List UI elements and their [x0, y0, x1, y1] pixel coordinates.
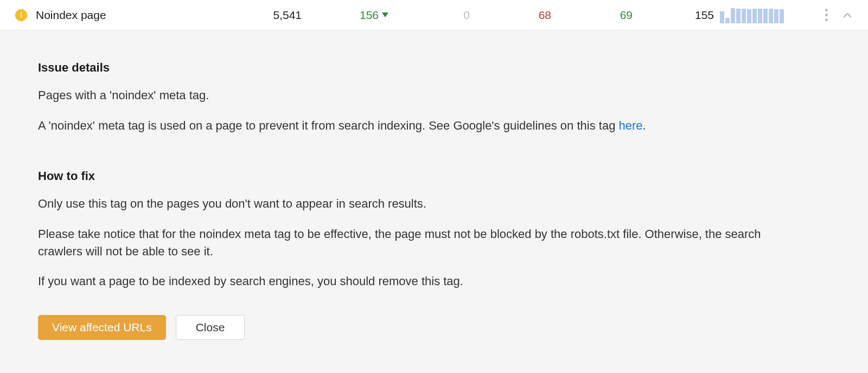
close-button[interactable]: Close [176, 315, 245, 340]
metric-delta-value: 156 [360, 9, 379, 22]
details-p2: A 'noindex' meta tag is used on a page t… [38, 117, 808, 134]
fix-p3: If you want a page to be indexed by sear… [38, 273, 808, 290]
fix-p1: Only use this tag on the pages you don't… [38, 195, 808, 213]
collapse-icon[interactable] [842, 10, 853, 21]
metric-col-5: 69 [551, 9, 633, 22]
metric-delta: 156 [302, 9, 388, 22]
details-p2-post: . [643, 119, 646, 132]
sparkline-bar [769, 9, 773, 23]
sparkline-bar [720, 11, 724, 23]
info-icon [15, 9, 27, 21]
fix-p2: Please take notice that for the noindex … [38, 226, 808, 260]
more-menu-icon[interactable] [825, 9, 828, 21]
metric-col-6: 155 [633, 9, 714, 22]
view-affected-urls-button[interactable]: View affected URLs [38, 315, 166, 340]
button-row: View affected URLs Close [38, 315, 830, 340]
svg-point-0 [21, 12, 22, 14]
sparkline-bar [780, 9, 784, 23]
metric-col-4: 68 [470, 9, 551, 22]
details-p2-pre: A 'noindex' meta tag is used on a page t… [38, 119, 619, 132]
trend-down-icon [382, 12, 388, 17]
sparkline-bar [774, 9, 778, 23]
sparkline-bar [752, 9, 757, 23]
sparkline-bar [742, 9, 746, 23]
row-actions [825, 9, 853, 21]
sparkline-bar [731, 8, 735, 23]
issue-name: Noindex page [36, 9, 220, 22]
issue-details-panel: Issue details Pages with a 'noindex' met… [0, 30, 868, 373]
svg-rect-1 [21, 14, 22, 17]
fix-heading: How to fix [38, 169, 830, 183]
metric-total: 5,541 [220, 9, 302, 22]
sparkline-chart [714, 7, 790, 23]
sparkline-bar [763, 9, 768, 23]
sparkline-bar [747, 9, 751, 23]
issue-row[interactable]: Noindex page 5,541 156 0 68 69 155 [0, 0, 868, 30]
metric-col-3: 0 [388, 9, 470, 22]
sparkline-bar [736, 9, 741, 23]
guidelines-link[interactable]: here [619, 119, 643, 132]
sparkline-bar [758, 9, 762, 23]
sparkline-bar [725, 18, 730, 23]
details-heading: Issue details [38, 61, 830, 75]
metrics-group: 5,541 156 0 68 69 155 [220, 7, 825, 23]
details-p1: Pages with a 'noindex' meta tag. [38, 87, 808, 104]
